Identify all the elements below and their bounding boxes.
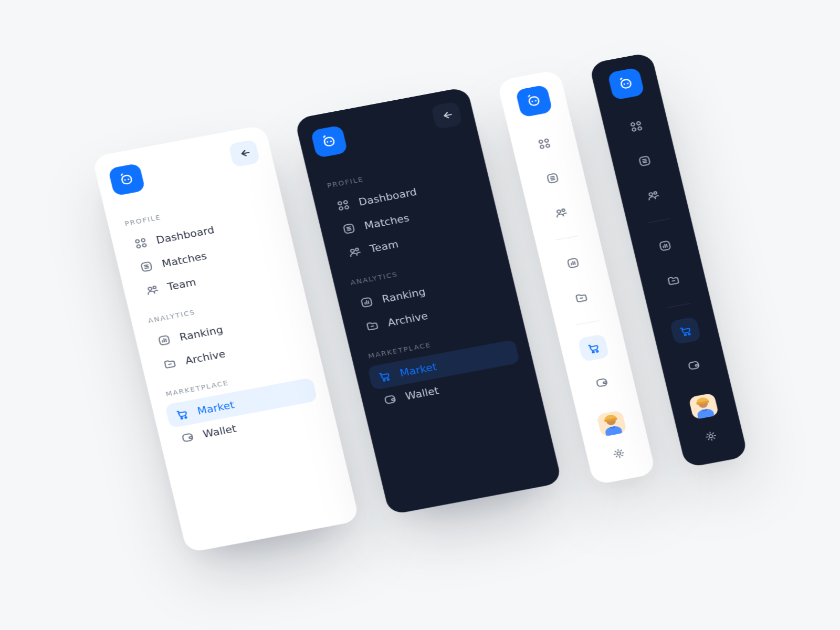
- folder-icon: [666, 274, 681, 287]
- cart-icon: [678, 324, 693, 338]
- divider: [647, 218, 670, 223]
- settings-button[interactable]: [695, 422, 727, 450]
- nav-archive[interactable]: [565, 284, 597, 312]
- users-icon: [144, 284, 160, 297]
- nav-team[interactable]: [637, 181, 669, 209]
- nav-label: Wallet: [404, 385, 440, 402]
- nav-market[interactable]: [669, 317, 701, 345]
- nav-archive[interactable]: [657, 266, 689, 295]
- nav-label: Ranking: [381, 286, 427, 305]
- wallet-icon: [594, 375, 610, 389]
- avatar[interactable]: [596, 410, 627, 437]
- nav-matches[interactable]: [537, 164, 569, 193]
- folder-icon: [365, 319, 380, 332]
- users-icon: [645, 189, 660, 203]
- nav-label: Matches: [363, 212, 411, 231]
- nav-label: Dashboard: [155, 224, 215, 246]
- nav-label: Archive: [386, 310, 429, 328]
- nav-label: Matches: [161, 250, 208, 269]
- users-icon: [347, 245, 362, 259]
- cart-icon: [586, 341, 601, 355]
- chart-icon: [359, 296, 374, 309]
- folder-icon: [574, 291, 589, 304]
- app-logo[interactable]: [310, 125, 348, 158]
- divider: [576, 320, 599, 325]
- nav-label: Market: [196, 399, 236, 416]
- avatar-icon: [688, 393, 719, 420]
- nav-dashboard[interactable]: [620, 112, 652, 141]
- app-logo[interactable]: [108, 163, 146, 196]
- divider: [668, 303, 691, 308]
- cart-icon: [174, 407, 190, 421]
- gamepad-logo-icon: [319, 132, 340, 151]
- list-icon: [341, 222, 356, 236]
- gear-icon: [611, 447, 626, 460]
- wallet-icon: [686, 359, 701, 372]
- gamepad-logo-icon: [523, 92, 544, 110]
- arrow-left-icon: [237, 146, 252, 160]
- gear-icon: [703, 429, 718, 443]
- nav-matches[interactable]: [628, 147, 660, 175]
- nav-label: Archive: [184, 348, 227, 366]
- avatar-icon: [596, 410, 627, 437]
- divider: [555, 236, 579, 240]
- chart-icon: [565, 256, 581, 270]
- collapse-button[interactable]: [228, 139, 260, 167]
- app-logo[interactable]: [607, 67, 645, 100]
- nav-label: Market: [398, 361, 438, 378]
- list-icon: [139, 260, 154, 274]
- nav-label: Team: [166, 277, 197, 292]
- arrow-left-icon: [439, 109, 454, 122]
- nav-ranking[interactable]: [649, 232, 681, 260]
- nav-label: Ranking: [178, 324, 224, 343]
- users-icon: [553, 206, 569, 219]
- list-icon: [545, 172, 560, 185]
- grid-icon: [133, 237, 149, 250]
- settings-button[interactable]: [603, 439, 635, 468]
- chart-icon: [657, 239, 673, 253]
- nav-team[interactable]: [545, 198, 577, 227]
- nav-label: Wallet: [202, 423, 237, 439]
- gamepad-logo-icon: [116, 171, 137, 189]
- wallet-icon: [180, 430, 195, 444]
- grid-icon: [335, 198, 351, 212]
- folder-icon: [162, 357, 177, 371]
- collapse-button[interactable]: [430, 101, 463, 130]
- nav-market[interactable]: [578, 334, 610, 362]
- gamepad-logo-icon: [616, 75, 637, 93]
- cart-icon: [377, 369, 392, 383]
- app-logo[interactable]: [515, 85, 553, 118]
- wallet-icon: [382, 393, 397, 406]
- nav-dashboard[interactable]: [528, 130, 560, 158]
- avatar[interactable]: [688, 393, 719, 420]
- chart-icon: [156, 333, 172, 347]
- nav-label: Team: [369, 238, 399, 254]
- nav-label: Dashboard: [358, 186, 418, 208]
- grid-icon: [537, 137, 552, 151]
- list-icon: [637, 154, 652, 168]
- nav-ranking[interactable]: [557, 249, 589, 277]
- grid-icon: [628, 120, 644, 133]
